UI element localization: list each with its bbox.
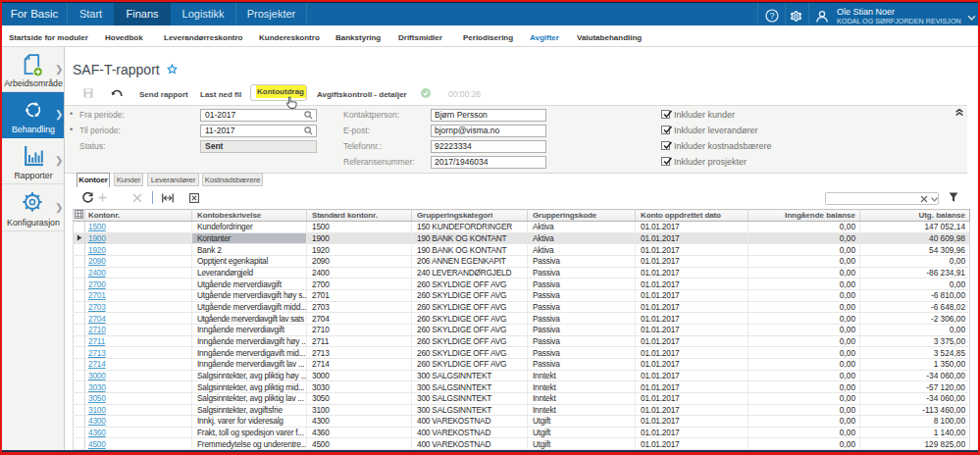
svg-text:?: ?: [769, 11, 774, 21]
